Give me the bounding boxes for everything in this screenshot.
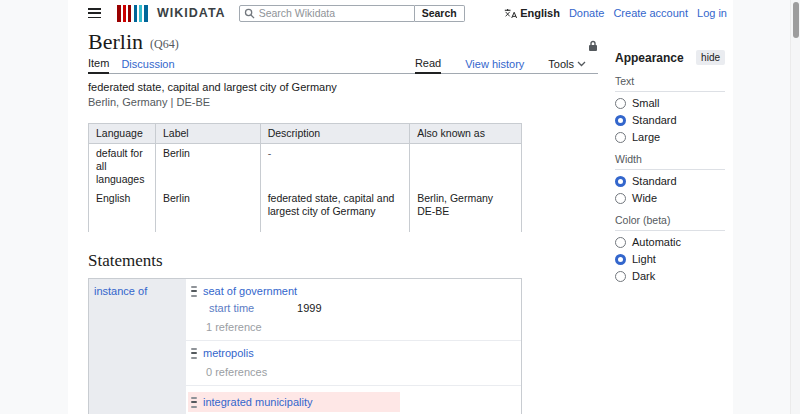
radio-icon: [615, 271, 626, 282]
property-column: instance of: [89, 279, 186, 414]
claim-value-link[interactable]: metropolis: [203, 347, 254, 359]
qualifier-property-link[interactable]: start time: [209, 302, 294, 314]
tab-tools[interactable]: Tools: [548, 58, 586, 73]
radio-color-light[interactable]: Light: [615, 253, 725, 265]
search-button[interactable]: Search: [415, 5, 465, 22]
tab-discussion[interactable]: Discussion: [121, 58, 174, 73]
hide-appearance-button[interactable]: hide: [696, 50, 725, 65]
references-toggle[interactable]: 1 reference: [206, 321, 513, 333]
search-input[interactable]: [259, 7, 410, 19]
references-toggle[interactable]: 0 references: [206, 366, 513, 378]
radio-icon: [615, 132, 626, 143]
create-account-link[interactable]: Create account: [613, 7, 688, 19]
scrollbar-track[interactable]: [790, 0, 800, 414]
search-input-wrap: [239, 5, 415, 22]
chevron-down-icon: [577, 61, 586, 67]
radio-label: Standard: [632, 114, 677, 126]
entity-id: (Q64): [150, 37, 179, 54]
claim-qualifier: start time 1999: [209, 302, 513, 314]
page-title: Berlin: [88, 30, 143, 54]
claim-main: metropolis: [191, 347, 513, 359]
claim-main: integrated municipality: [188, 392, 400, 412]
cell-description: federated state, capital and largest cit…: [260, 189, 410, 232]
appearance-title: Appearance: [615, 51, 684, 65]
radio-width-standard[interactable]: Standard: [615, 175, 725, 187]
terms-table-header-row: Language Label Description Also known as: [89, 124, 522, 144]
radio-label: Automatic: [632, 236, 681, 248]
entity-aliases: Berlin, Germany | DE-BE: [88, 96, 598, 108]
tab-read[interactable]: Read: [415, 57, 441, 74]
table-row: English Berlin federated state, capital …: [89, 189, 522, 232]
protection-lock-icon: [588, 40, 598, 54]
table-row: default for all languages Berlin -: [89, 144, 522, 190]
language-selector[interactable]: English: [504, 7, 560, 19]
search-icon: [244, 8, 255, 19]
cell-label: Berlin: [155, 144, 260, 190]
section-label-color: Color (beta): [615, 214, 725, 231]
scrollbar-thumb[interactable]: [793, 2, 799, 38]
title-row: Berlin (Q64): [88, 30, 598, 54]
radio-icon: [615, 98, 626, 109]
radio-icon-checked: [615, 115, 626, 126]
hamburger-menu-icon[interactable]: [88, 8, 101, 18]
radio-text-small[interactable]: Small: [615, 97, 725, 109]
wikidata-wordmark: WIKIDATA: [157, 6, 226, 20]
language-icon: [504, 8, 517, 19]
section-label-text: Text: [615, 75, 725, 92]
donate-link[interactable]: Donate: [569, 7, 604, 19]
property-link-instance-of[interactable]: instance of: [94, 285, 147, 297]
view-tabs: Read View history Tools: [415, 57, 598, 73]
claim-row: metropolis 0 references: [186, 341, 521, 386]
appearance-panel: Appearance hide Text Small Standard Larg…: [615, 50, 725, 282]
language-label: English: [520, 7, 560, 19]
tab-bar: Item Discussion Read View history Tools: [88, 57, 598, 74]
rank-selector-icon[interactable]: [191, 348, 197, 359]
radio-color-automatic[interactable]: Automatic: [615, 236, 725, 248]
section-label-width: Width: [615, 153, 725, 170]
alias-line: DE-BE: [417, 205, 514, 218]
page-container: WIKIDATA Search English: [68, 0, 733, 414]
radio-width-wide[interactable]: Wide: [615, 192, 725, 204]
claim-value-link[interactable]: integrated municipality: [203, 396, 312, 408]
claim-row-highlighted: integrated municipality 1 reference: [186, 386, 521, 414]
col-also-known-as: Also known as: [410, 124, 522, 144]
rank-selector-icon[interactable]: [191, 397, 197, 408]
main-content: Berlin (Q64) Item Discussion Read View h…: [88, 30, 598, 414]
tab-view-history[interactable]: View history: [465, 58, 524, 73]
appearance-header: Appearance hide: [615, 50, 725, 65]
radio-color-dark[interactable]: Dark: [615, 270, 725, 282]
radio-icon: [615, 237, 626, 248]
radio-icon-checked: [615, 176, 626, 187]
col-label: Label: [155, 124, 260, 144]
top-right-links: English Donate Create account Log in: [504, 7, 727, 19]
log-in-link[interactable]: Log in: [697, 7, 727, 19]
tab-item[interactable]: Item: [88, 57, 109, 74]
radio-label: Standard: [632, 175, 677, 187]
claim-row: seat of government start time 1999 1 ref…: [186, 279, 521, 341]
col-language: Language: [89, 124, 156, 144]
cell-description: -: [260, 144, 410, 190]
wikidata-logo[interactable]: WIKIDATA: [117, 5, 226, 22]
radio-text-standard[interactable]: Standard: [615, 114, 725, 126]
entity-description: federated state, capital and largest cit…: [88, 81, 598, 93]
qualifier-value: 1999: [297, 302, 321, 314]
radio-icon: [615, 193, 626, 204]
radio-label: Wide: [632, 192, 657, 204]
radio-text-large[interactable]: Large: [615, 131, 725, 143]
claims-list: seat of government start time 1999 1 ref…: [186, 279, 521, 414]
radio-icon-checked: [615, 254, 626, 265]
wikidata-logo-barcode-icon: [117, 5, 148, 22]
rank-selector-icon[interactable]: [191, 286, 197, 297]
claim-main: seat of government: [191, 285, 513, 297]
cell-language: English: [89, 189, 156, 232]
search-bar: Search: [239, 5, 465, 22]
top-bar: WIKIDATA Search English: [68, 0, 733, 26]
radio-label: Large: [632, 131, 660, 143]
alias-line: Berlin, Germany: [417, 192, 514, 205]
statements-heading: Statements: [88, 251, 598, 271]
statement-group: instance of seat of government start tim…: [88, 278, 522, 414]
claim-value-link[interactable]: seat of government: [203, 285, 297, 297]
radio-label: Light: [632, 253, 656, 265]
cell-language: default for all languages: [89, 144, 156, 190]
tools-label: Tools: [548, 58, 574, 70]
